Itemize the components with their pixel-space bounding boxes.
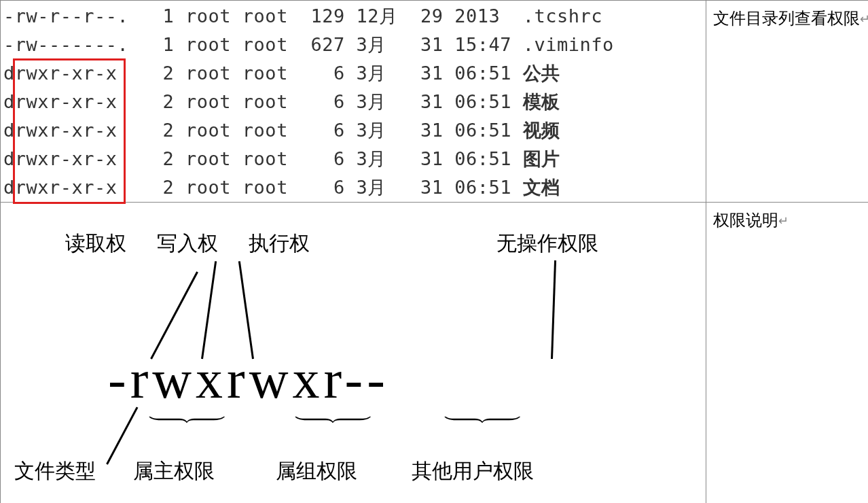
line-exec: [238, 261, 254, 359]
ls-output: -rw-r--r--. 1 root root 129 12月 29 2013 …: [1, 1, 706, 202]
line-filetype: [106, 406, 138, 464]
label-read: 读取权: [65, 230, 126, 258]
desc2-text: 权限说明: [713, 211, 778, 229]
ls-listing-cell: -rw-r--r--. 1 root root 129 12月 29 2013 …: [1, 1, 706, 203]
label-write: 写入权: [157, 230, 218, 258]
permission-diagram-cell: 读取权 写入权 执行权 无操作权限 -rwxrwxr-- ︸ ︸ ︸ 文件类型: [1, 203, 706, 504]
label-noop: 无操作权限: [496, 230, 598, 258]
line-read: [150, 271, 198, 359]
brace-group: ︸: [293, 406, 381, 438]
brace-other: ︸: [442, 406, 530, 438]
label-group: 属组权限: [276, 457, 357, 485]
line-noop: [551, 260, 556, 359]
permission-diagram: 读取权 写入权 执行权 无操作权限 -rwxrwxr-- ︸ ︸ ︸ 文件类型: [1, 203, 706, 503]
return-icon: ↵: [860, 12, 868, 26]
line-write: [201, 261, 217, 359]
label-owner: 属主权限: [133, 457, 215, 485]
description-cell-1: 文件目录列查看权限↵: [706, 1, 869, 203]
label-other: 其他用户权限: [412, 457, 534, 485]
permission-string: -rwxrwxr--: [108, 349, 389, 411]
desc1-text: 文件目录列查看权限: [713, 9, 860, 27]
brace-owner: ︸: [147, 406, 235, 438]
description-cell-2: 权限说明↵: [706, 203, 869, 504]
return-icon: ↵: [778, 214, 789, 228]
label-filetype: 文件类型: [14, 457, 96, 485]
label-exec: 执行权: [249, 230, 310, 258]
